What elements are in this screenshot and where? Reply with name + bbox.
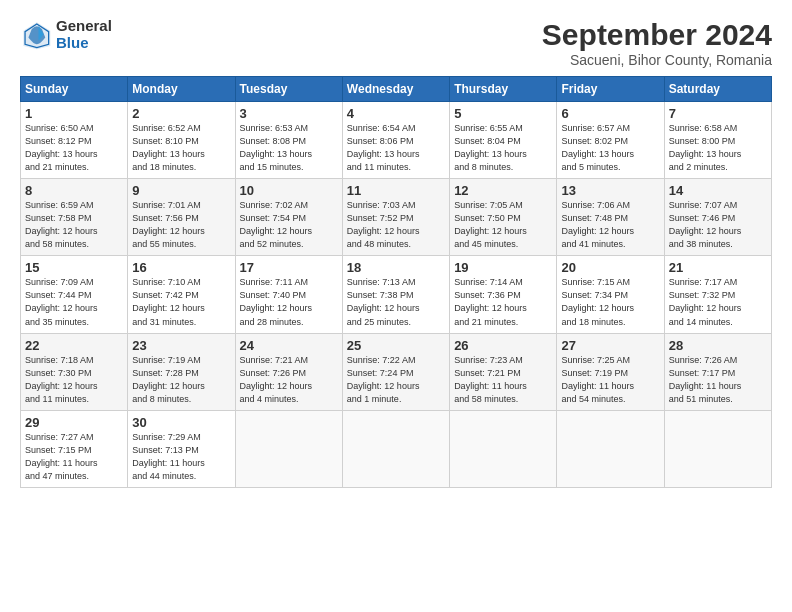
- day-number: 16: [132, 260, 230, 275]
- header-friday: Friday: [557, 77, 664, 102]
- table-cell: 22Sunrise: 7:18 AM Sunset: 7:30 PM Dayli…: [21, 333, 128, 410]
- table-cell: 3Sunrise: 6:53 AM Sunset: 8:08 PM Daylig…: [235, 102, 342, 179]
- day-info: Sunrise: 7:09 AM Sunset: 7:44 PM Dayligh…: [25, 276, 123, 328]
- table-cell: 21Sunrise: 7:17 AM Sunset: 7:32 PM Dayli…: [664, 256, 771, 333]
- table-cell: 7Sunrise: 6:58 AM Sunset: 8:00 PM Daylig…: [664, 102, 771, 179]
- table-cell: 30Sunrise: 7:29 AM Sunset: 7:13 PM Dayli…: [128, 410, 235, 487]
- table-cell: 25Sunrise: 7:22 AM Sunset: 7:24 PM Dayli…: [342, 333, 449, 410]
- day-info: Sunrise: 7:19 AM Sunset: 7:28 PM Dayligh…: [132, 354, 230, 406]
- day-info: Sunrise: 6:58 AM Sunset: 8:00 PM Dayligh…: [669, 122, 767, 174]
- table-cell: 12Sunrise: 7:05 AM Sunset: 7:50 PM Dayli…: [450, 179, 557, 256]
- table-cell: 27Sunrise: 7:25 AM Sunset: 7:19 PM Dayli…: [557, 333, 664, 410]
- day-info: Sunrise: 7:02 AM Sunset: 7:54 PM Dayligh…: [240, 199, 338, 251]
- day-info: Sunrise: 7:18 AM Sunset: 7:30 PM Dayligh…: [25, 354, 123, 406]
- day-number: 2: [132, 106, 230, 121]
- header: General Blue September 2024 Sacueni, Bih…: [20, 18, 772, 68]
- table-cell: 29Sunrise: 7:27 AM Sunset: 7:15 PM Dayli…: [21, 410, 128, 487]
- table-cell: 17Sunrise: 7:11 AM Sunset: 7:40 PM Dayli…: [235, 256, 342, 333]
- day-number: 6: [561, 106, 659, 121]
- day-number: 11: [347, 183, 445, 198]
- day-number: 15: [25, 260, 123, 275]
- day-number: 14: [669, 183, 767, 198]
- table-cell: 8Sunrise: 6:59 AM Sunset: 7:58 PM Daylig…: [21, 179, 128, 256]
- header-sunday: Sunday: [21, 77, 128, 102]
- table-cell: 19Sunrise: 7:14 AM Sunset: 7:36 PM Dayli…: [450, 256, 557, 333]
- day-number: 8: [25, 183, 123, 198]
- day-info: Sunrise: 7:11 AM Sunset: 7:40 PM Dayligh…: [240, 276, 338, 328]
- day-info: Sunrise: 7:07 AM Sunset: 7:46 PM Dayligh…: [669, 199, 767, 251]
- day-info: Sunrise: 7:01 AM Sunset: 7:56 PM Dayligh…: [132, 199, 230, 251]
- day-number: 20: [561, 260, 659, 275]
- day-number: 22: [25, 338, 123, 353]
- table-cell: 9Sunrise: 7:01 AM Sunset: 7:56 PM Daylig…: [128, 179, 235, 256]
- day-info: Sunrise: 6:53 AM Sunset: 8:08 PM Dayligh…: [240, 122, 338, 174]
- header-row: Sunday Monday Tuesday Wednesday Thursday…: [21, 77, 772, 102]
- day-info: Sunrise: 7:10 AM Sunset: 7:42 PM Dayligh…: [132, 276, 230, 328]
- day-info: Sunrise: 7:14 AM Sunset: 7:36 PM Dayligh…: [454, 276, 552, 328]
- day-number: 4: [347, 106, 445, 121]
- day-info: Sunrise: 7:06 AM Sunset: 7:48 PM Dayligh…: [561, 199, 659, 251]
- day-number: 30: [132, 415, 230, 430]
- day-number: 3: [240, 106, 338, 121]
- logo: General Blue: [20, 18, 112, 51]
- table-cell: 18Sunrise: 7:13 AM Sunset: 7:38 PM Dayli…: [342, 256, 449, 333]
- day-number: 23: [132, 338, 230, 353]
- table-cell: 10Sunrise: 7:02 AM Sunset: 7:54 PM Dayli…: [235, 179, 342, 256]
- table-cell: 23Sunrise: 7:19 AM Sunset: 7:28 PM Dayli…: [128, 333, 235, 410]
- header-tuesday: Tuesday: [235, 77, 342, 102]
- table-cell: 5Sunrise: 6:55 AM Sunset: 8:04 PM Daylig…: [450, 102, 557, 179]
- day-info: Sunrise: 6:57 AM Sunset: 8:02 PM Dayligh…: [561, 122, 659, 174]
- day-number: 12: [454, 183, 552, 198]
- table-cell: [235, 410, 342, 487]
- table-cell: [664, 410, 771, 487]
- day-info: Sunrise: 6:52 AM Sunset: 8:10 PM Dayligh…: [132, 122, 230, 174]
- table-cell: 1Sunrise: 6:50 AM Sunset: 8:12 PM Daylig…: [21, 102, 128, 179]
- header-monday: Monday: [128, 77, 235, 102]
- table-cell: 28Sunrise: 7:26 AM Sunset: 7:17 PM Dayli…: [664, 333, 771, 410]
- header-saturday: Saturday: [664, 77, 771, 102]
- day-info: Sunrise: 7:23 AM Sunset: 7:21 PM Dayligh…: [454, 354, 552, 406]
- main-title: September 2024: [542, 18, 772, 52]
- day-number: 5: [454, 106, 552, 121]
- day-number: 13: [561, 183, 659, 198]
- table-cell: 13Sunrise: 7:06 AM Sunset: 7:48 PM Dayli…: [557, 179, 664, 256]
- day-info: Sunrise: 6:55 AM Sunset: 8:04 PM Dayligh…: [454, 122, 552, 174]
- table-cell: [342, 410, 449, 487]
- day-info: Sunrise: 7:17 AM Sunset: 7:32 PM Dayligh…: [669, 276, 767, 328]
- day-number: 29: [25, 415, 123, 430]
- day-info: Sunrise: 7:26 AM Sunset: 7:17 PM Dayligh…: [669, 354, 767, 406]
- day-number: 7: [669, 106, 767, 121]
- day-info: Sunrise: 7:05 AM Sunset: 7:50 PM Dayligh…: [454, 199, 552, 251]
- table-cell: 14Sunrise: 7:07 AM Sunset: 7:46 PM Dayli…: [664, 179, 771, 256]
- day-number: 21: [669, 260, 767, 275]
- table-cell: 11Sunrise: 7:03 AM Sunset: 7:52 PM Dayli…: [342, 179, 449, 256]
- table-cell: [557, 410, 664, 487]
- day-number: 28: [669, 338, 767, 353]
- day-number: 25: [347, 338, 445, 353]
- day-number: 17: [240, 260, 338, 275]
- logo-general: General: [56, 18, 112, 35]
- logo-icon: [20, 19, 52, 51]
- table-cell: 24Sunrise: 7:21 AM Sunset: 7:26 PM Dayli…: [235, 333, 342, 410]
- day-number: 1: [25, 106, 123, 121]
- table-cell: [450, 410, 557, 487]
- day-info: Sunrise: 7:25 AM Sunset: 7:19 PM Dayligh…: [561, 354, 659, 406]
- logo-text: General Blue: [56, 18, 112, 51]
- day-info: Sunrise: 6:54 AM Sunset: 8:06 PM Dayligh…: [347, 122, 445, 174]
- day-number: 26: [454, 338, 552, 353]
- table-cell: 6Sunrise: 6:57 AM Sunset: 8:02 PM Daylig…: [557, 102, 664, 179]
- day-info: Sunrise: 7:03 AM Sunset: 7:52 PM Dayligh…: [347, 199, 445, 251]
- day-info: Sunrise: 7:27 AM Sunset: 7:15 PM Dayligh…: [25, 431, 123, 483]
- day-info: Sunrise: 7:21 AM Sunset: 7:26 PM Dayligh…: [240, 354, 338, 406]
- day-number: 19: [454, 260, 552, 275]
- table-row: 22Sunrise: 7:18 AM Sunset: 7:30 PM Dayli…: [21, 333, 772, 410]
- table-row: 8Sunrise: 6:59 AM Sunset: 7:58 PM Daylig…: [21, 179, 772, 256]
- table-cell: 20Sunrise: 7:15 AM Sunset: 7:34 PM Dayli…: [557, 256, 664, 333]
- header-wednesday: Wednesday: [342, 77, 449, 102]
- logo-blue: Blue: [56, 35, 112, 52]
- day-info: Sunrise: 7:22 AM Sunset: 7:24 PM Dayligh…: [347, 354, 445, 406]
- day-number: 27: [561, 338, 659, 353]
- title-block: September 2024 Sacueni, Bihor County, Ro…: [542, 18, 772, 68]
- table-cell: 2Sunrise: 6:52 AM Sunset: 8:10 PM Daylig…: [128, 102, 235, 179]
- table-cell: 16Sunrise: 7:10 AM Sunset: 7:42 PM Dayli…: [128, 256, 235, 333]
